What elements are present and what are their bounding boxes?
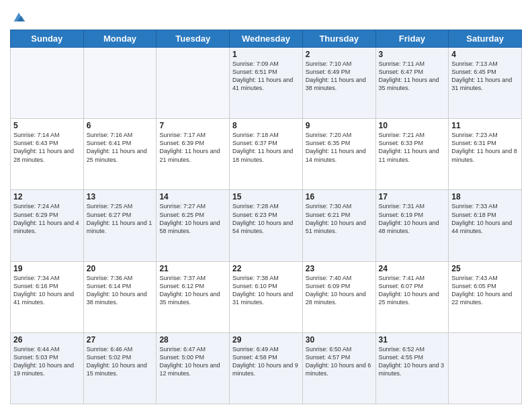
cell-info: Sunrise: 7:17 AM Sunset: 6:39 PM Dayligh… xyxy=(159,131,226,164)
calendar-cell: 20Sunrise: 7:36 AM Sunset: 6:14 PM Dayli… xyxy=(83,261,157,332)
calendar-cell xyxy=(83,48,157,119)
calendar-cell: 11Sunrise: 7:23 AM Sunset: 6:31 PM Dayli… xyxy=(449,119,522,190)
day-number: 24 xyxy=(379,264,446,273)
calendar-week-row: 1Sunrise: 7:09 AM Sunset: 6:51 PM Daylig… xyxy=(11,48,522,119)
day-number: 20 xyxy=(87,264,154,273)
cell-info: Sunrise: 6:44 AM Sunset: 5:03 PM Dayligh… xyxy=(13,345,81,378)
cell-info: Sunrise: 7:14 AM Sunset: 6:43 PM Dayligh… xyxy=(13,131,81,164)
calendar-cell: 27Sunrise: 6:46 AM Sunset: 5:02 PM Dayli… xyxy=(83,332,157,404)
calendar-cell: 21Sunrise: 7:37 AM Sunset: 6:12 PM Dayli… xyxy=(157,261,230,332)
logo xyxy=(10,9,26,24)
day-header-saturday: Saturday xyxy=(449,30,522,48)
cell-info: Sunrise: 7:21 AM Sunset: 6:33 PM Dayligh… xyxy=(379,131,446,164)
day-number: 13 xyxy=(87,192,154,201)
day-number: 22 xyxy=(232,264,300,273)
calendar-cell: 14Sunrise: 7:27 AM Sunset: 6:25 PM Dayli… xyxy=(157,190,230,261)
day-number: 19 xyxy=(13,264,81,273)
calendar-cell: 12Sunrise: 7:24 AM Sunset: 6:29 PM Dayli… xyxy=(11,190,84,261)
calendar-cell: 3Sunrise: 7:11 AM Sunset: 6:47 PM Daylig… xyxy=(375,48,449,119)
day-header-thursday: Thursday xyxy=(302,30,375,48)
calendar-week-row: 26Sunrise: 6:44 AM Sunset: 5:03 PM Dayli… xyxy=(11,332,522,404)
calendar-cell: 2Sunrise: 7:10 AM Sunset: 6:49 PM Daylig… xyxy=(302,48,375,119)
cell-info: Sunrise: 7:43 AM Sunset: 6:05 PM Dayligh… xyxy=(451,274,519,307)
cell-info: Sunrise: 7:10 AM Sunset: 6:49 PM Dayligh… xyxy=(306,60,373,93)
calendar-cell: 26Sunrise: 6:44 AM Sunset: 5:03 PM Dayli… xyxy=(11,332,84,404)
day-number: 14 xyxy=(159,192,226,201)
day-number: 2 xyxy=(306,50,373,59)
calendar-cell: 9Sunrise: 7:20 AM Sunset: 6:35 PM Daylig… xyxy=(302,119,375,190)
day-number: 16 xyxy=(306,192,373,201)
calendar-cell xyxy=(11,48,84,119)
day-number: 17 xyxy=(379,192,446,201)
day-header-wednesday: Wednesday xyxy=(230,30,303,48)
cell-info: Sunrise: 7:40 AM Sunset: 6:09 PM Dayligh… xyxy=(306,274,373,307)
day-number: 30 xyxy=(306,335,373,345)
cell-info: Sunrise: 7:38 AM Sunset: 6:10 PM Dayligh… xyxy=(232,274,300,307)
calendar-week-row: 19Sunrise: 7:34 AM Sunset: 6:16 PM Dayli… xyxy=(11,261,522,332)
day-header-tuesday: Tuesday xyxy=(157,30,230,48)
calendar-cell: 5Sunrise: 7:14 AM Sunset: 6:43 PM Daylig… xyxy=(11,119,84,190)
page: SundayMondayTuesdayWednesdayThursdayFrid… xyxy=(0,0,532,411)
cell-info: Sunrise: 7:34 AM Sunset: 6:16 PM Dayligh… xyxy=(13,274,81,307)
day-number: 23 xyxy=(306,264,373,273)
calendar-table: SundayMondayTuesdayWednesdayThursdayFrid… xyxy=(10,30,522,404)
cell-info: Sunrise: 7:16 AM Sunset: 6:41 PM Dayligh… xyxy=(87,131,154,164)
calendar-cell: 15Sunrise: 7:28 AM Sunset: 6:23 PM Dayli… xyxy=(230,190,303,261)
day-header-sunday: Sunday xyxy=(11,30,84,48)
day-number: 7 xyxy=(159,121,226,130)
day-number: 18 xyxy=(451,192,519,201)
cell-info: Sunrise: 7:28 AM Sunset: 6:23 PM Dayligh… xyxy=(232,202,300,235)
calendar-cell: 28Sunrise: 6:47 AM Sunset: 5:00 PM Dayli… xyxy=(157,332,230,404)
day-number: 6 xyxy=(87,121,154,130)
day-number: 31 xyxy=(379,335,446,345)
day-number: 15 xyxy=(232,192,300,201)
logo-icon xyxy=(11,9,26,24)
calendar-cell: 4Sunrise: 7:13 AM Sunset: 6:45 PM Daylig… xyxy=(449,48,522,119)
calendar-cell: 8Sunrise: 7:18 AM Sunset: 6:37 PM Daylig… xyxy=(230,119,303,190)
cell-info: Sunrise: 7:24 AM Sunset: 6:29 PM Dayligh… xyxy=(13,202,81,235)
day-header-monday: Monday xyxy=(83,30,157,48)
calendar-cell: 6Sunrise: 7:16 AM Sunset: 6:41 PM Daylig… xyxy=(83,119,157,190)
cell-info: Sunrise: 7:20 AM Sunset: 6:35 PM Dayligh… xyxy=(306,131,373,164)
day-number: 11 xyxy=(451,121,519,130)
cell-info: Sunrise: 7:30 AM Sunset: 6:21 PM Dayligh… xyxy=(306,202,373,235)
calendar-cell: 19Sunrise: 7:34 AM Sunset: 6:16 PM Dayli… xyxy=(11,261,84,332)
cell-info: Sunrise: 6:52 AM Sunset: 4:55 PM Dayligh… xyxy=(379,345,446,378)
calendar-cell: 10Sunrise: 7:21 AM Sunset: 6:33 PM Dayli… xyxy=(375,119,449,190)
cell-info: Sunrise: 6:47 AM Sunset: 5:00 PM Dayligh… xyxy=(159,345,226,378)
calendar-cell: 30Sunrise: 6:50 AM Sunset: 4:57 PM Dayli… xyxy=(302,332,375,404)
day-number: 26 xyxy=(13,335,81,345)
cell-info: Sunrise: 7:23 AM Sunset: 6:31 PM Dayligh… xyxy=(451,131,519,164)
day-number: 21 xyxy=(159,264,226,273)
day-number: 28 xyxy=(159,335,226,345)
cell-info: Sunrise: 7:33 AM Sunset: 6:18 PM Dayligh… xyxy=(451,202,519,235)
calendar-cell: 1Sunrise: 7:09 AM Sunset: 6:51 PM Daylig… xyxy=(230,48,303,119)
calendar-cell: 17Sunrise: 7:31 AM Sunset: 6:19 PM Dayli… xyxy=(375,190,449,261)
cell-info: Sunrise: 7:37 AM Sunset: 6:12 PM Dayligh… xyxy=(159,274,226,307)
cell-info: Sunrise: 7:13 AM Sunset: 6:45 PM Dayligh… xyxy=(451,60,519,93)
day-number: 1 xyxy=(232,50,300,59)
calendar-cell: 23Sunrise: 7:40 AM Sunset: 6:09 PM Dayli… xyxy=(302,261,375,332)
calendar-cell: 25Sunrise: 7:43 AM Sunset: 6:05 PM Dayli… xyxy=(449,261,522,332)
cell-info: Sunrise: 7:09 AM Sunset: 6:51 PM Dayligh… xyxy=(232,60,300,93)
calendar-cell: 24Sunrise: 7:41 AM Sunset: 6:07 PM Dayli… xyxy=(375,261,449,332)
cell-info: Sunrise: 7:27 AM Sunset: 6:25 PM Dayligh… xyxy=(159,202,226,235)
day-number: 5 xyxy=(13,121,81,130)
calendar-cell: 29Sunrise: 6:49 AM Sunset: 4:58 PM Dayli… xyxy=(230,332,303,404)
calendar-cell: 16Sunrise: 7:30 AM Sunset: 6:21 PM Dayli… xyxy=(302,190,375,261)
cell-info: Sunrise: 7:11 AM Sunset: 6:47 PM Dayligh… xyxy=(379,60,446,93)
calendar-cell: 13Sunrise: 7:25 AM Sunset: 6:27 PM Dayli… xyxy=(83,190,157,261)
day-number: 25 xyxy=(451,264,519,273)
day-number: 29 xyxy=(232,335,300,345)
cell-info: Sunrise: 7:41 AM Sunset: 6:07 PM Dayligh… xyxy=(379,274,446,307)
calendar-cell xyxy=(157,48,230,119)
calendar-week-row: 5Sunrise: 7:14 AM Sunset: 6:43 PM Daylig… xyxy=(11,119,522,190)
cell-info: Sunrise: 6:49 AM Sunset: 4:58 PM Dayligh… xyxy=(232,345,300,378)
calendar-week-row: 12Sunrise: 7:24 AM Sunset: 6:29 PM Dayli… xyxy=(11,190,522,261)
day-number: 12 xyxy=(13,192,81,201)
day-number: 27 xyxy=(87,335,154,345)
day-number: 9 xyxy=(306,121,373,130)
cell-info: Sunrise: 6:50 AM Sunset: 4:57 PM Dayligh… xyxy=(306,345,373,378)
day-number: 8 xyxy=(232,121,300,130)
calendar-cell xyxy=(449,332,522,404)
